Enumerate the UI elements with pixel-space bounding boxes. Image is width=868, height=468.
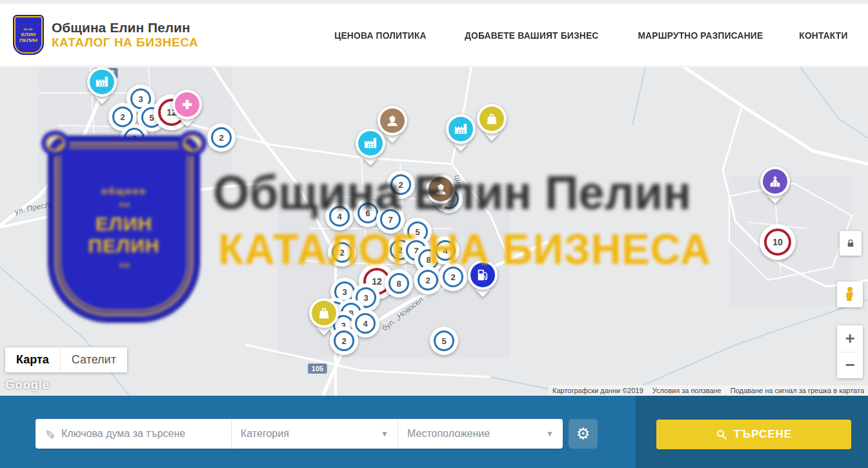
pin-church-marker[interactable] xyxy=(759,167,791,205)
pin-factory-marker[interactable] xyxy=(445,114,477,153)
pencil-icon: ✎ xyxy=(42,429,57,439)
keyword-input[interactable] xyxy=(61,428,222,440)
nav-item-3[interactable]: КОНТАКТИ xyxy=(799,30,847,41)
cluster-marker[interactable]: 2 xyxy=(387,170,415,199)
cluster-marker[interactable]: 7 xyxy=(376,205,405,234)
nav-item-0[interactable]: ЦЕНОВА ПОЛИТИКА xyxy=(334,30,426,41)
brand[interactable]: ∾∾ ЕЛИНПЕЛИН Община Елин Пелин КАТАЛОГ Н… xyxy=(13,15,198,55)
bag-icon xyxy=(317,306,331,320)
location-select-label: Местоположение xyxy=(407,428,490,440)
fuel-icon xyxy=(476,268,490,282)
factory-icon xyxy=(454,122,468,136)
attribution-copyright: Картографски данни ©2019 xyxy=(552,387,643,394)
cluster-marker[interactable]: 2 xyxy=(439,263,467,291)
zoom-in-button[interactable]: + xyxy=(837,325,863,352)
map-zoom-control: + − xyxy=(837,325,863,378)
cluster-marker[interactable]: 8 xyxy=(385,269,413,298)
municipality-logo-icon: ∾∾ ЕЛИНПЕЛИН xyxy=(13,15,44,55)
advanced-settings-button[interactable]: ⚙ xyxy=(569,419,598,449)
cluster-marker[interactable]: 2 xyxy=(120,124,148,152)
chevron-down-icon: ▼ xyxy=(381,429,389,438)
pin-factory-marker[interactable] xyxy=(86,67,118,106)
search-icon xyxy=(716,429,727,440)
search-submit-button[interactable]: ТЪРСЕНЕ xyxy=(656,420,851,449)
map-attribution: Картографски данни ©2019 Условия за полз… xyxy=(549,385,868,396)
street-view-pegman[interactable] xyxy=(837,281,863,307)
cluster-marker[interactable]: 10 xyxy=(760,224,796,260)
map-type-satellite-button[interactable]: Сателит xyxy=(60,347,127,372)
main-nav: ЦЕНОВА ПОЛИТИКАДОБАВЕТЕ ВАШИЯТ БИЗНЕСМАР… xyxy=(330,30,850,41)
cluster-marker[interactable]: 2 xyxy=(414,266,442,294)
pin-fuel-marker[interactable] xyxy=(467,260,499,299)
crest-ornament: ∾∾ xyxy=(23,27,33,32)
nav-item-2[interactable]: МАРШРУТНО РАЗПИСАНИЕ xyxy=(638,30,763,41)
pin-cross-marker[interactable] xyxy=(171,90,203,128)
map-type-control: Карта Сателит xyxy=(5,347,127,372)
pin-bag-marker[interactable] xyxy=(476,104,508,143)
keyword-field[interactable]: ✎ xyxy=(35,419,232,449)
category-select-label: Категория xyxy=(241,428,289,440)
site-header: ∾∾ ЕЛИНПЕЛИН Община Елин Пелин КАТАЛОГ Н… xyxy=(0,4,868,66)
category-select[interactable]: Категория ▼ xyxy=(232,419,398,449)
factory-icon xyxy=(95,75,109,89)
terms-link[interactable]: Условия за ползване xyxy=(652,387,722,394)
report-error-link[interactable]: Подаване на сигнал за грешка в картата xyxy=(731,387,864,394)
nav-item-1[interactable]: ДОБАВЕТЕ ВАШИЯТ БИЗНЕС xyxy=(465,30,598,41)
cluster-marker[interactable]: 4 xyxy=(431,236,459,265)
map-canvas[interactable]: 6002105 ул. Преславбул. „Новоселции 3251… xyxy=(0,67,868,396)
search-fields: ✎ Категория ▼ Местоположение ▼ xyxy=(35,419,563,449)
search-bar: ✎ Категория ▼ Местоположение ▼ ⚙ ТЪРСЕНЕ xyxy=(0,396,868,468)
cluster-marker[interactable]: 5 xyxy=(430,327,458,355)
church-icon xyxy=(768,174,782,188)
cross-icon xyxy=(180,97,194,112)
worker-icon xyxy=(385,114,399,128)
pin-worker-marker[interactable] xyxy=(425,174,457,213)
gear-icon: ⚙ xyxy=(576,425,590,443)
scroll-lock-button[interactable] xyxy=(840,231,862,256)
worker-icon xyxy=(434,182,448,196)
location-select[interactable]: Местоположение ▼ xyxy=(398,419,563,449)
site-title: Община Елин Пелин xyxy=(52,20,198,36)
pin-bag-marker[interactable] xyxy=(308,298,340,337)
cluster-marker[interactable]: 4 xyxy=(325,202,354,230)
road-badge: 105 xyxy=(308,363,327,374)
chevron-down-icon: ▼ xyxy=(546,429,554,438)
site-subtitle: КАТАЛОГ НА БИЗНЕСА xyxy=(52,36,198,50)
google-logo[interactable]: Google xyxy=(5,378,49,392)
cluster-marker[interactable]: 2 xyxy=(207,123,236,152)
zoom-out-button[interactable]: − xyxy=(837,352,863,379)
map-type-map-button[interactable]: Карта xyxy=(5,347,60,372)
pin-factory-marker[interactable] xyxy=(354,128,387,167)
bag-icon xyxy=(485,112,499,126)
factory-icon xyxy=(363,136,378,150)
cluster-marker[interactable]: 2 xyxy=(328,238,356,267)
